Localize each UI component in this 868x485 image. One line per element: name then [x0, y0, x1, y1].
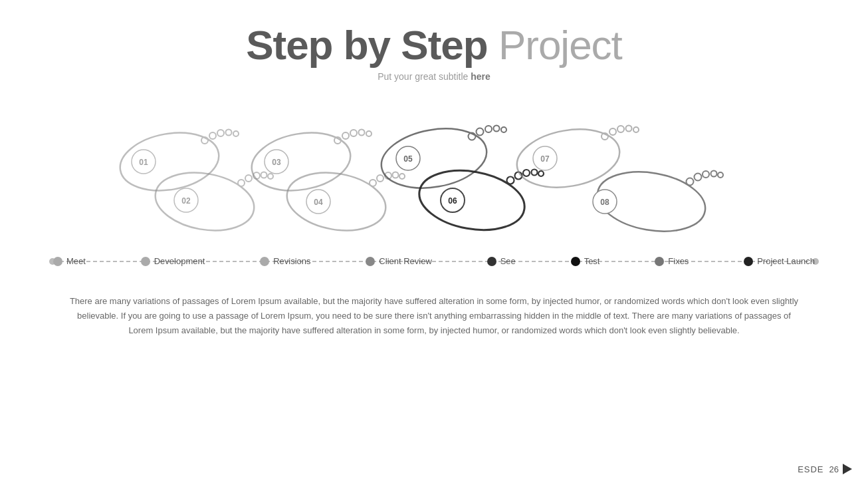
svg-point-10 — [245, 175, 252, 182]
svg-point-37 — [501, 127, 506, 132]
svg-point-5 — [233, 131, 239, 136]
footprint-01: 01 — [116, 126, 239, 198]
timeline-item-client-review: Client Review — [366, 256, 431, 266]
footprint-06: 06 — [415, 163, 544, 238]
svg-point-36 — [494, 126, 500, 132]
timeline-label-launch: Project Launch — [757, 256, 815, 266]
timeline-item-test: Test — [571, 256, 600, 266]
svg-point-58 — [695, 174, 702, 181]
svg-text:01: 01 — [139, 158, 148, 167]
timeline-area: Meet Development Revisions Client Review… — [53, 242, 815, 281]
svg-point-51 — [617, 126, 624, 132]
title-light: Project — [488, 22, 622, 68]
svg-text:04: 04 — [314, 198, 323, 207]
timeline-item-meet: Meet — [53, 256, 86, 266]
timeline-label-meet: Meet — [66, 256, 86, 266]
footprints-area: 01 02 03 — [0, 95, 868, 242]
footprints-svg: 01 02 03 — [0, 95, 868, 242]
footer-brand: ESDE — [798, 464, 823, 474]
svg-point-19 — [350, 130, 357, 136]
timeline-label-test: Test — [584, 256, 600, 266]
timeline-item-revisions: Revisions — [260, 256, 310, 266]
page-header: Step by Step Project Put your great subt… — [0, 0, 868, 82]
timeline-dot-launch — [744, 257, 753, 266]
page-title: Step by Step Project — [0, 21, 868, 69]
timeline-dot-revisions — [260, 257, 269, 266]
timeline-label-client-review: Client Review — [379, 256, 431, 266]
svg-point-52 — [626, 126, 632, 132]
timeline-dot-client-review — [366, 257, 375, 266]
svg-point-9 — [238, 180, 245, 186]
svg-point-21 — [366, 131, 372, 136]
svg-text:08: 08 — [600, 198, 609, 207]
timeline-item-fixes: Fixes — [655, 256, 689, 266]
svg-point-26 — [377, 175, 383, 182]
timeline-dot-fixes — [655, 257, 664, 266]
svg-point-35 — [485, 126, 492, 132]
svg-point-16 — [247, 126, 355, 198]
svg-point-18 — [342, 132, 349, 139]
footprint-03: 03 — [247, 126, 372, 198]
footer: ESDE 26 — [798, 464, 852, 474]
footer-arrow-icon — [843, 464, 852, 474]
svg-point-59 — [703, 171, 709, 178]
svg-text:07: 07 — [540, 154, 550, 164]
svg-point-44 — [532, 170, 538, 176]
svg-point-12 — [261, 172, 267, 178]
svg-point-3 — [217, 130, 224, 136]
timeline-item-development: Development — [141, 256, 205, 266]
svg-point-60 — [711, 171, 717, 177]
svg-point-50 — [609, 128, 616, 135]
timeline-dot-test — [571, 257, 580, 266]
svg-point-34 — [477, 128, 484, 136]
timeline-label-see: See — [500, 256, 516, 266]
svg-point-41 — [507, 177, 514, 184]
timeline-label-development: Development — [154, 256, 205, 266]
svg-point-25 — [370, 180, 376, 186]
svg-point-43 — [523, 170, 530, 176]
timeline-item-see: See — [487, 256, 516, 266]
svg-point-28 — [393, 172, 399, 178]
timeline-dot-meet — [53, 257, 62, 266]
svg-point-29 — [399, 174, 405, 179]
svg-point-20 — [359, 130, 365, 136]
footer-page: 26 — [829, 464, 839, 474]
svg-point-4 — [226, 130, 232, 136]
svg-text:06: 06 — [448, 196, 457, 206]
svg-text:03: 03 — [272, 158, 281, 167]
timeline-label-revisions: Revisions — [273, 256, 310, 266]
footprint-05: 05 — [377, 121, 506, 196]
timeline-dot-see — [487, 257, 496, 266]
svg-text:02: 02 — [181, 196, 191, 206]
svg-point-53 — [633, 127, 639, 132]
timeline-dot-development — [141, 257, 150, 266]
svg-point-45 — [538, 171, 544, 176]
footprint-08: 08 — [593, 164, 723, 239]
timeline-items: Meet Development Revisions Client Review… — [53, 248, 815, 274]
svg-point-2 — [209, 132, 216, 139]
svg-point-32 — [377, 121, 492, 196]
timeline-item-launch: Project Launch — [744, 256, 815, 266]
timeline-label-fixes: Fixes — [668, 256, 689, 266]
svg-text:05: 05 — [403, 154, 413, 164]
svg-point-48 — [512, 122, 624, 195]
subtitle: Put your great subtitle here — [0, 71, 868, 82]
svg-point-13 — [268, 174, 273, 179]
svg-point-57 — [687, 178, 694, 186]
svg-point-61 — [718, 172, 723, 178]
body-text: There are many variations of passages of… — [66, 294, 802, 338]
title-bold: Step by Step — [246, 22, 488, 68]
footprint-07: 07 — [512, 122, 639, 195]
